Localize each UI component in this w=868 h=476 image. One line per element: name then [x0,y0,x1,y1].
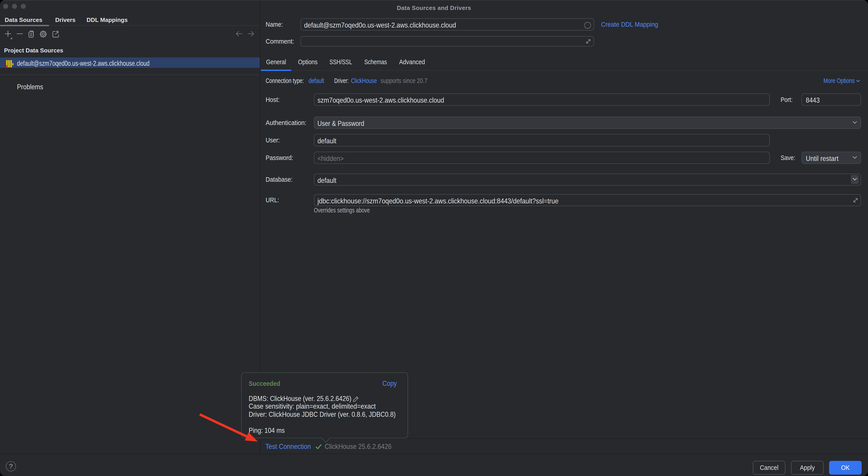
svg-text:?: ? [9,463,13,470]
